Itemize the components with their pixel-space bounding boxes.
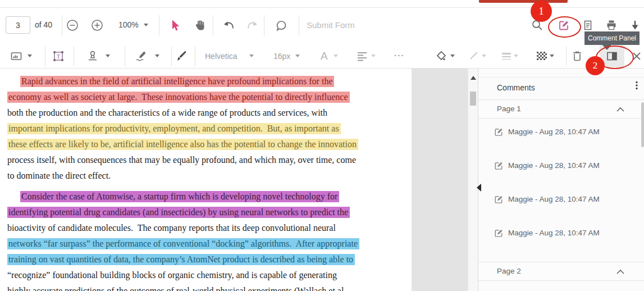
comments-section-header[interactable]: Page 2: [478, 262, 644, 281]
chevron-down-icon[interactable]: [144, 24, 148, 26]
free-text-tool-button[interactable]: T: [52, 49, 65, 63]
divider: [213, 15, 213, 35]
zoom-out-icon: [66, 19, 79, 31]
fill-color-icon: [435, 49, 448, 63]
highlighted-text[interactable]: economy as well as society at large. The…: [7, 92, 350, 103]
comment-item[interactable]: Maggie - Aug 28, 10:47 AM: [478, 186, 644, 220]
delete-button[interactable]: [570, 49, 584, 63]
document-scrollbar[interactable]: [468, 69, 478, 291]
comment-bubble-icon: [275, 19, 288, 33]
document-line: to dominate the direct effect.: [7, 168, 412, 184]
zoom-out-button[interactable]: [66, 19, 79, 31]
zoom-level-dropdown[interactable]: 100%: [118, 16, 139, 34]
chevron-up-icon[interactable]: [616, 107, 624, 112]
chevron-down-icon[interactable]: [106, 54, 110, 57]
chevron-down-icon[interactable]: [295, 54, 300, 57]
submit-form-button[interactable]: Submit Form: [307, 16, 355, 34]
comment-item[interactable]: Maggie - Aug 28, 10:47 AM: [478, 152, 644, 186]
highlighted-text[interactable]: Rapid advances in the field of artificia…: [20, 76, 334, 87]
document-line: “recognize” foundational building blocks…: [7, 267, 412, 283]
comment-author-line: Maggie - Aug 28, 10:47 AM: [508, 161, 600, 170]
stamp-tool-button[interactable]: [86, 49, 99, 63]
panel-collapse-arrow-icon[interactable]: [477, 184, 481, 192]
panel-scrollbar-thumb[interactable]: [641, 102, 644, 147]
font-size-dropdown[interactable]: 16px: [273, 48, 290, 65]
opacity-button[interactable]: [535, 49, 548, 63]
print-button[interactable]: [605, 19, 618, 31]
chevron-down-icon: [514, 54, 518, 57]
print-icon: [605, 19, 618, 31]
text-align-button[interactable]: [355, 49, 369, 63]
comment-author-line: Maggie - Aug 28, 10:47 AM: [508, 229, 600, 237]
edit-note-icon: [494, 161, 504, 171]
edit-note-icon: [494, 194, 504, 204]
comments-panel-title: Comments: [497, 83, 535, 92]
undo-button[interactable]: [222, 19, 235, 33]
edit-note-icon: [494, 127, 504, 137]
divider: [566, 46, 567, 66]
divider: [299, 15, 299, 35]
highlighted-text[interactable]: networks “far surpass” the performance o…: [7, 238, 359, 249]
comments-section-header[interactable]: Page 1: [478, 99, 644, 119]
chevron-down-icon[interactable]: [550, 54, 554, 57]
zoom-in-icon: [91, 19, 103, 31]
signature-tool-button[interactable]: [134, 49, 148, 63]
chevron-down-icon[interactable]: [249, 54, 254, 57]
page-number-input[interactable]: [6, 16, 30, 34]
font-family-dropdown[interactable]: Helvetica: [205, 48, 237, 65]
pan-tool-button[interactable]: [194, 19, 207, 32]
stamp-icon: [86, 49, 99, 63]
divider: [125, 46, 125, 66]
comment-author-line: Maggie - Aug 28, 10:47 AM: [508, 195, 600, 203]
document-line: both the production and the characterist…: [7, 105, 412, 121]
redo-button[interactable]: [246, 19, 259, 33]
zoom-in-button[interactable]: [91, 19, 103, 31]
undo-icon: [222, 19, 235, 33]
notes-panel-button[interactable]: [582, 19, 594, 31]
kebab-menu-icon[interactable]: [632, 80, 641, 93]
divider: [478, 77, 644, 78]
chevron-down-icon[interactable]: [28, 54, 32, 57]
highlighted-text[interactable]: training on vast quantities of data, the…: [7, 254, 355, 265]
stroke-line-icon: [468, 49, 481, 63]
highlighted-text[interactable]: identifying potential drug candidates (a…: [7, 207, 350, 218]
plain-text: highly accurate predictions of the outco…: [7, 286, 348, 291]
annotation-top-bar: [479, 0, 568, 3]
fill-color-button[interactable]: [435, 49, 448, 63]
document-viewer: Rapid advances in the field of artificia…: [0, 69, 478, 291]
highlighted-text[interactable]: Consider the case of Atomwise, a startup…: [20, 191, 339, 202]
signature-icon: [134, 49, 148, 63]
document-line: economy as well as society at large. The…: [7, 89, 412, 105]
scrollbar-thumb[interactable]: [470, 92, 476, 106]
comment-item[interactable]: Maggie - Aug 28, 10:47 AM: [478, 119, 644, 152]
highlighted-text[interactable]: important implications for productivity,…: [7, 123, 341, 134]
freehand-tool-button[interactable]: [175, 49, 188, 63]
opacity-pattern-icon: [535, 49, 548, 63]
comment-tool-button[interactable]: [275, 19, 288, 33]
image-tool-button[interactable]: [10, 49, 23, 63]
chevron-up-icon[interactable]: [616, 270, 624, 274]
line-thickness-button: [500, 49, 513, 63]
chevron-down-icon[interactable]: [155, 54, 159, 57]
select-tool-button[interactable]: [168, 19, 182, 32]
download-button[interactable]: [629, 19, 641, 31]
section-label: Page 1: [497, 104, 521, 113]
annotation-badge-step1: 1: [531, 1, 552, 22]
page-total-label: of 40: [35, 16, 52, 34]
freehand-brush-icon: [175, 49, 188, 63]
more-options-button[interactable]: ...: [394, 45, 405, 62]
comment-author-line: Maggie - Aug 28, 10:47 AM: [508, 128, 600, 136]
chevron-down-icon[interactable]: [450, 54, 455, 57]
document-page[interactable]: Rapid advances in the field of artificia…: [0, 69, 412, 291]
document-line: networks “far surpass” the performance o…: [7, 236, 412, 252]
plain-text: bioactivity of candidate molecules. The …: [7, 223, 336, 233]
highlighted-text[interactable]: these effects are likely to be, artifici…: [7, 139, 358, 150]
text-color-button[interactable]: A: [321, 48, 328, 65]
select-cursor-icon: [168, 19, 182, 32]
scroll-up-arrow-icon[interactable]: [471, 76, 476, 80]
comment-item[interactable]: Maggie - Aug 28, 10:47 AM: [478, 220, 644, 253]
divider: [45, 46, 45, 66]
divider: [62, 15, 62, 35]
text-align-icon: [355, 49, 369, 63]
annotation-toolbar: T Helvetica 16px A ...: [0, 44, 644, 69]
